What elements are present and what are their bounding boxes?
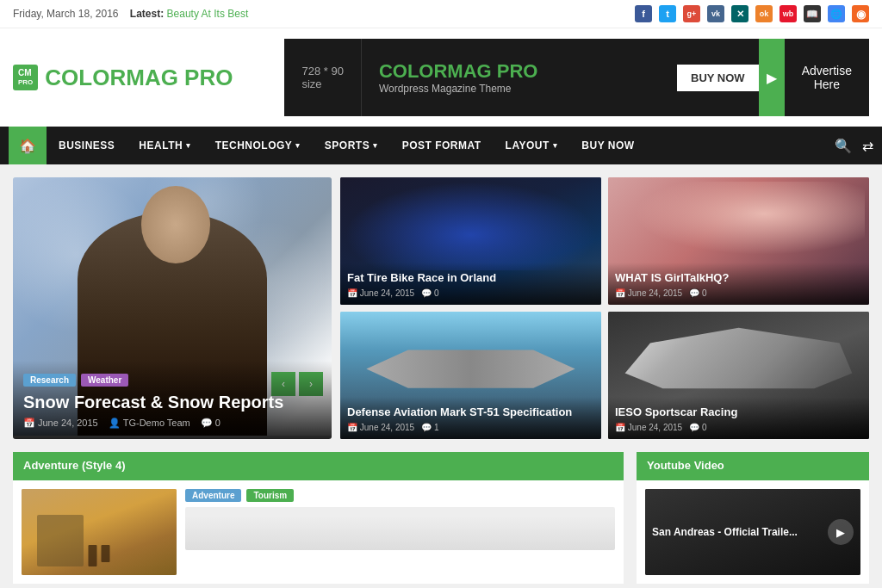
grid-item-3-comments: 💬 1 xyxy=(421,423,438,432)
nav-items: BUSINESS HEALTH ▾ TECHNOLOGY ▾ SPORTS ▾ … xyxy=(47,127,647,164)
nav-item-buy-now[interactable]: BUY NOW xyxy=(569,127,646,164)
weibo-icon[interactable]: wb xyxy=(780,5,797,22)
main-content: ‹ › Research Weather Snow Forecast & Sno… xyxy=(0,164,882,452)
rss-icon[interactable]: ◉ xyxy=(852,5,869,22)
banner-advertise[interactable]: Advertise Here xyxy=(785,64,869,91)
grid-item-2-comments: 💬 0 xyxy=(689,288,706,298)
adventure-tags: Adventure Tourism xyxy=(185,489,615,502)
nav-item-layout[interactable]: LAYOUT ▾ xyxy=(494,127,570,164)
youtube-video-title: San Andreas - Official Traile... xyxy=(652,526,798,538)
grid-item-1-meta: 📅 June 24, 2015 💬 0 xyxy=(347,288,594,298)
grid-item-3-title: Defense Aviation Mark ST-51 Specificatio… xyxy=(347,405,594,419)
grid-item-4-date: 📅 June 24, 2015 xyxy=(615,423,682,432)
google-plus-icon[interactable]: g+ xyxy=(683,5,700,22)
nav-item-post-format[interactable]: POST FORMAT xyxy=(390,127,494,164)
featured-main-article[interactable]: ‹ › Research Weather Snow Forecast & Sno… xyxy=(13,177,332,439)
globe-icon[interactable]: 🌐 xyxy=(828,5,845,22)
banner-brand: COLORMAG PRO xyxy=(379,60,660,83)
layout-dropdown-arrow: ▾ xyxy=(553,141,558,150)
banner-mag: MAG PRO xyxy=(447,60,537,82)
grid-item-1-date: 📅 June 24, 2015 xyxy=(347,288,414,298)
date-text: Friday, March 18, 2016 xyxy=(13,8,119,20)
featured-meta: 📅June 24, 2015 👤TG-Demo Team 💬0 xyxy=(23,418,321,429)
featured-author: 👤TG-Demo Team xyxy=(109,418,190,429)
health-dropdown-arrow: ▾ xyxy=(186,141,191,150)
header-banner: 728 * 90 size COLORMAG PRO Wordpress Mag… xyxy=(284,39,869,116)
top-bar: Friday, March 18, 2016 Latest: Beauty At… xyxy=(0,0,882,28)
banner-subtitle: Wordpress Magazine Theme xyxy=(379,83,660,95)
featured-title: Snow Forecast & Snow Reports xyxy=(23,392,321,412)
banner-color: COLOR xyxy=(379,60,447,82)
adventure-text: Adventure Tourism xyxy=(185,489,615,575)
grid-item-1-title: Fat Tire Bike Race in Orland xyxy=(347,271,594,285)
youtube-body: San Andreas - Official Traile... ▶ xyxy=(637,479,869,584)
social-icons-bar: f t g+ vk ✕ ok wb 📖 🌐 ◉ xyxy=(635,5,869,22)
youtube-section-header: Youtube Video xyxy=(637,452,869,479)
adventure-section: Adventure (Style 4) Adventure Tourism xyxy=(13,452,624,584)
tech-dropdown-arrow: ▾ xyxy=(295,141,301,150)
twitter-icon[interactable]: t xyxy=(659,5,676,22)
logo-text: COLORMAG PRO xyxy=(45,65,233,91)
grid-item-1-overlay: Fat Tire Bike Race in Orland 📅 June 24, … xyxy=(340,263,601,305)
adventure-content: Adventure Tourism xyxy=(13,480,624,584)
banner-arrow: ▶ xyxy=(759,39,785,116)
youtube-play-button[interactable]: ▶ xyxy=(828,519,854,545)
nav-right-icons: 🔍 ⇄ xyxy=(835,138,873,154)
banner-buy-button[interactable]: BUY NOW xyxy=(677,65,759,91)
xing-icon[interactable]: ✕ xyxy=(731,5,748,22)
tag-weather[interactable]: Weather xyxy=(81,374,128,387)
grid-item-4-comments: 💬 0 xyxy=(689,423,706,432)
youtube-thumbnail[interactable]: San Andreas - Official Traile... ▶ xyxy=(645,489,860,575)
featured-date: 📅June 24, 2015 xyxy=(23,418,98,429)
tag-research[interactable]: Research xyxy=(23,374,76,387)
grid-item-1-comments: 💬 0 xyxy=(421,288,438,298)
featured-section: ‹ › Research Weather Snow Forecast & Sno… xyxy=(13,177,869,439)
side-grid: Fat Tire Bike Race in Orland 📅 June 24, … xyxy=(340,177,869,439)
grid-item-3-meta: 📅 June 24, 2015 💬 1 xyxy=(347,423,594,432)
tag-adventure[interactable]: Adventure xyxy=(185,489,241,502)
featured-comments: 💬0 xyxy=(201,418,220,429)
logo-color: COLOR xyxy=(45,65,126,90)
navigation: 🏠 BUSINESS HEALTH ▾ TECHNOLOGY ▾ SPORTS … xyxy=(0,127,882,164)
grid-item-2-meta: 📅 June 24, 2015 💬 0 xyxy=(615,288,862,298)
grid-item-2-overlay: WHAT IS GirlTalkHQ? 📅 June 24, 2015 💬 0 xyxy=(608,263,869,305)
sports-dropdown-arrow: ▾ xyxy=(373,141,378,150)
nav-item-health[interactable]: HEALTH ▾ xyxy=(127,127,202,164)
grid-item-aviation[interactable]: Defense Aviation Mark ST-51 Specificatio… xyxy=(340,312,601,439)
latest-label: Latest: xyxy=(130,8,164,20)
grid-item-sportscar[interactable]: IESO Sportscar Racing 📅 June 24, 2015 💬 … xyxy=(608,312,869,439)
nav-home-button[interactable]: 🏠 xyxy=(9,127,47,164)
youtube-section: Youtube Video San Andreas - Official Tra… xyxy=(637,452,869,584)
logo-mag: MAG PRO xyxy=(126,65,233,90)
logo[interactable]: CM PRO COLORMAG PRO xyxy=(13,65,233,91)
vkontakte-icon[interactable]: vk xyxy=(707,5,724,22)
grid-item-2-date: 📅 June 24, 2015 xyxy=(615,288,682,298)
nav-item-technology[interactable]: TECHNOLOGY ▾ xyxy=(203,127,313,164)
logo-icon: CM PRO xyxy=(13,65,38,90)
grid-item-girltalk[interactable]: WHAT IS GirlTalkHQ? 📅 June 24, 2015 💬 0 xyxy=(608,177,869,305)
ok-icon[interactable]: ok xyxy=(755,5,773,22)
featured-overlay: Research Weather Snow Forecast & Snow Re… xyxy=(13,361,332,439)
grid-item-fat-tire[interactable]: Fat Tire Bike Race in Orland 📅 June 24, … xyxy=(340,177,601,305)
nav-item-business[interactable]: BUSINESS xyxy=(47,127,127,164)
featured-tags: Research Weather xyxy=(23,374,321,387)
top-bar-date-latest: Friday, March 18, 2016 Latest: Beauty At… xyxy=(13,8,248,20)
grid-item-2-title: WHAT IS GirlTalkHQ? xyxy=(615,271,862,285)
banner-size: 728 * 90 size xyxy=(284,39,361,116)
random-icon[interactable]: ⇄ xyxy=(862,138,873,154)
site-header: CM PRO COLORMAG PRO 728 * 90 size COLORM… xyxy=(0,28,882,127)
grid-item-3-overlay: Defense Aviation Mark ST-51 Specificatio… xyxy=(340,397,601,439)
adventure-image xyxy=(22,489,177,575)
banner-middle: COLORMAG PRO Wordpress Magazine Theme xyxy=(362,60,677,95)
book-icon[interactable]: 📖 xyxy=(804,5,821,22)
search-icon[interactable]: 🔍 xyxy=(835,138,852,154)
facebook-icon[interactable]: f xyxy=(635,5,652,22)
grid-item-4-meta: 📅 June 24, 2015 💬 0 xyxy=(615,423,862,432)
adventure-section-header: Adventure (Style 4) xyxy=(13,452,624,479)
nav-item-sports[interactable]: SPORTS ▾ xyxy=(313,127,390,164)
adventure-section-body: Adventure Tourism xyxy=(13,479,624,584)
bottom-sections: Adventure (Style 4) Adventure Tourism xyxy=(0,452,882,588)
latest-link[interactable]: Beauty At Its Best xyxy=(167,8,249,20)
tag-tourism[interactable]: Tourism xyxy=(246,489,294,502)
grid-item-3-date: 📅 June 24, 2015 xyxy=(347,423,414,432)
